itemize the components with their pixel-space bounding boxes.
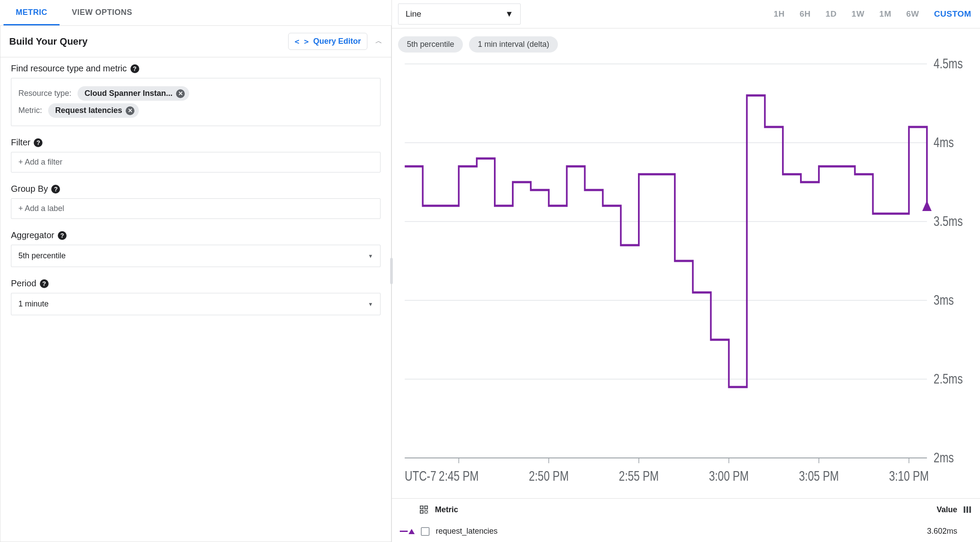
section-filter-text: Filter [11, 137, 30, 148]
metric-label: Metric: [18, 106, 42, 115]
range-1d[interactable]: 1D [823, 7, 839, 21]
find-box[interactable]: Resource type: Cloud Spanner Instan... ✕… [11, 78, 381, 126]
period-select[interactable]: 1 minute ▼ [11, 293, 381, 315]
series-swatch [400, 529, 415, 534]
section-groupby: Group By ? + Add a label [0, 178, 391, 224]
section-period-label: Period ? [11, 278, 381, 289]
resource-type-row: Resource type: Cloud Spanner Instan... ✕ [18, 86, 373, 101]
section-find-label: Find resource type and metric ? [11, 63, 381, 74]
section-filter: Filter ? + Add a filter [0, 131, 391, 178]
query-editor-label: Query Editor [313, 37, 361, 46]
groupby-input[interactable]: + Add a label [11, 198, 381, 219]
help-icon[interactable]: ? [40, 279, 49, 288]
chart-toolbar: Line ▼ 1H6H1D1W1M6WCUSTOM [392, 0, 980, 28]
x-tz-label: UTC-7 [405, 468, 436, 484]
x-tick-label: 3:00 PM [709, 468, 749, 484]
y-tick-label: 2ms [934, 450, 954, 465]
chevron-down-icon: ▼ [368, 253, 373, 259]
grid-icon[interactable] [419, 505, 429, 514]
y-tick-label: 4.5ms [934, 56, 963, 71]
svg-rect-14 [425, 506, 427, 509]
range-1h[interactable]: 1H [771, 7, 787, 21]
series-line [405, 95, 927, 387]
legend-metric-header: Metric [435, 505, 458, 514]
code-icon: < > [295, 37, 309, 46]
section-aggregator-text: Aggregator [11, 230, 54, 240]
series-checkbox[interactable] [421, 527, 430, 536]
legend: Metric Value request_latencies3.602ms [392, 498, 980, 542]
remove-icon[interactable]: ✕ [176, 89, 185, 98]
legend-header: Metric Value [392, 499, 980, 521]
panel-title: Build Your Query [9, 36, 88, 47]
query-panel: METRIC VIEW OPTIONS Build Your Query < >… [0, 0, 392, 542]
svg-rect-19 [969, 507, 971, 513]
help-icon[interactable]: ? [58, 231, 67, 240]
x-tick-label: 2:55 PM [619, 468, 659, 484]
range-6h[interactable]: 6H [797, 7, 813, 21]
series-value: 3.602ms [927, 527, 957, 536]
help-icon[interactable]: ? [51, 185, 60, 194]
y-tick-label: 3ms [934, 292, 954, 308]
x-tick-label: 2:50 PM [529, 468, 569, 484]
chart-panel: Line ▼ 1H6H1D1W1M6WCUSTOM 5th percentile… [392, 0, 980, 542]
filter-input[interactable]: + Add a filter [11, 152, 381, 172]
section-aggregator-label: Aggregator ? [11, 230, 381, 240]
chart-area: 5th percentile 1 min interval (delta) 4.… [392, 28, 980, 496]
svg-rect-18 [966, 507, 968, 513]
help-icon[interactable]: ? [130, 64, 139, 73]
svg-rect-17 [964, 507, 966, 513]
chevron-down-icon: ▼ [368, 301, 373, 307]
series-end-marker [922, 201, 931, 211]
chart-type-value: Line [405, 9, 421, 19]
query-body: Build Your Query < > Query Editor ︿ Find… [0, 26, 391, 542]
resource-type-chip[interactable]: Cloud Spanner Instan... ✕ [78, 86, 189, 101]
badge-interval: 1 min interval (delta) [469, 36, 558, 53]
section-find: Find resource type and metric ? Resource… [0, 57, 391, 131]
chart-svg: 4.5ms4ms3.5ms3ms2.5ms2msUTC-72:45 PM2:50… [398, 55, 974, 493]
panel-header-actions: < > Query Editor ︿ [288, 33, 383, 50]
collapse-icon[interactable]: ︿ [375, 37, 382, 46]
resource-type-chip-text: Cloud Spanner Instan... [85, 89, 173, 98]
latency-chart[interactable]: 4.5ms4ms3.5ms3ms2.5ms2msUTC-72:45 PM2:50… [398, 55, 974, 493]
x-tick-label: 3:05 PM [799, 468, 839, 484]
query-header: Build Your Query < > Query Editor ︿ [0, 26, 391, 57]
tab-view-options[interactable]: VIEW OPTIONS [60, 0, 145, 25]
aggregator-select[interactable]: 5th percentile ▼ [11, 245, 381, 267]
range-1m[interactable]: 1M [877, 7, 894, 21]
legend-value-header: Value [937, 505, 957, 514]
y-tick-label: 2.5ms [934, 371, 963, 387]
svg-rect-15 [420, 510, 423, 513]
help-icon[interactable]: ? [34, 138, 42, 147]
section-groupby-text: Group By [11, 184, 48, 194]
app-root: METRIC VIEW OPTIONS Build Your Query < >… [0, 0, 980, 542]
range-1w[interactable]: 1W [849, 7, 867, 21]
chart-badges: 5th percentile 1 min interval (delta) [398, 36, 974, 53]
svg-rect-13 [420, 506, 423, 509]
section-period: Period ? 1 minute ▼ [0, 272, 391, 320]
chevron-down-icon: ▼ [505, 9, 513, 19]
range-custom[interactable]: CUSTOM [931, 7, 974, 21]
y-tick-label: 4ms [934, 134, 954, 150]
legend-row[interactable]: request_latencies3.602ms [392, 521, 980, 542]
series-name: request_latencies [436, 527, 497, 536]
chart-type-select[interactable]: Line ▼ [398, 4, 521, 25]
metric-chip[interactable]: Request latencies ✕ [48, 103, 139, 118]
legend-rows: request_latencies3.602ms [392, 521, 980, 542]
metric-chip-text: Request latencies [55, 106, 122, 115]
range-6w[interactable]: 6W [904, 7, 922, 21]
section-find-text: Find resource type and metric [11, 63, 127, 74]
time-range-picker: 1H6H1D1W1M6WCUSTOM [771, 7, 974, 21]
badge-percentile: 5th percentile [398, 36, 463, 53]
section-filter-label: Filter ? [11, 137, 381, 148]
y-tick-label: 3.5ms [934, 213, 963, 229]
remove-icon[interactable]: ✕ [126, 106, 134, 115]
tab-metric[interactable]: METRIC [4, 0, 60, 25]
period-value: 1 minute [18, 299, 49, 309]
x-tick-label: 3:10 PM [889, 468, 929, 484]
metric-row: Metric: Request latencies ✕ [18, 103, 373, 118]
columns-icon[interactable] [962, 505, 972, 514]
resource-type-label: Resource type: [18, 89, 71, 98]
resize-handle[interactable] [390, 258, 393, 284]
x-tick-label: 2:45 PM [439, 468, 479, 484]
query-editor-button[interactable]: < > Query Editor [288, 33, 368, 50]
